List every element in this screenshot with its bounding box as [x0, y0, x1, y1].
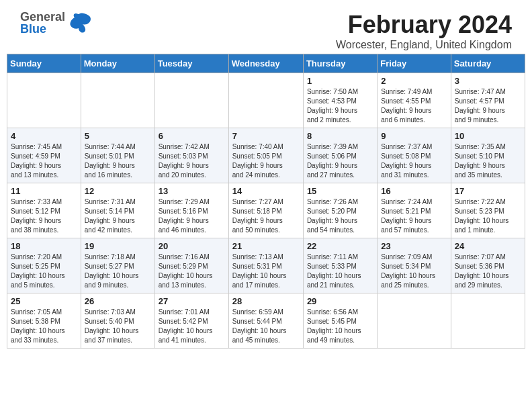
- col-thursday: Thursday: [303, 54, 377, 73]
- day-number: 14: [232, 186, 300, 196]
- day-detail: Sunrise: 7:27 AM Sunset: 5:18 PM Dayligh…: [232, 197, 300, 235]
- col-wednesday: Wednesday: [228, 54, 303, 73]
- day-detail: Sunrise: 6:56 AM Sunset: 5:45 PM Dayligh…: [307, 308, 373, 345]
- calendar-cell: 18Sunrise: 7:20 AM Sunset: 5:25 PM Dayli…: [7, 238, 81, 293]
- day-number: 4: [11, 131, 77, 141]
- day-detail: Sunrise: 7:07 AM Sunset: 5:36 PM Dayligh…: [455, 253, 521, 290]
- day-number: 29: [307, 296, 373, 306]
- logo-blue: Blue: [20, 23, 65, 35]
- calendar-cell: 10Sunrise: 7:35 AM Sunset: 5:10 PM Dayli…: [451, 128, 525, 183]
- day-number: 5: [85, 131, 151, 141]
- day-number: 8: [307, 131, 373, 141]
- day-number: 21: [232, 241, 300, 251]
- day-detail: Sunrise: 6:59 AM Sunset: 5:44 PM Dayligh…: [232, 308, 300, 345]
- calendar-cell: 16Sunrise: 7:24 AM Sunset: 5:21 PM Dayli…: [378, 183, 451, 238]
- day-number: 20: [159, 241, 225, 251]
- calendar-cell: 3Sunrise: 7:47 AM Sunset: 4:57 PM Daylig…: [451, 73, 525, 128]
- calendar-cell: 21Sunrise: 7:13 AM Sunset: 5:31 PM Dayli…: [228, 238, 303, 293]
- calendar-cell: 22Sunrise: 7:11 AM Sunset: 5:33 PM Dayli…: [303, 238, 377, 293]
- calendar-cell: 9Sunrise: 7:37 AM Sunset: 5:08 PM Daylig…: [378, 128, 451, 183]
- calendar-cell: 27Sunrise: 7:01 AM Sunset: 5:42 PM Dayli…: [154, 293, 228, 349]
- day-detail: Sunrise: 7:24 AM Sunset: 5:21 PM Dayligh…: [381, 197, 447, 235]
- day-number: 11: [11, 186, 77, 196]
- calendar-cell: 4Sunrise: 7:45 AM Sunset: 4:59 PM Daylig…: [7, 128, 81, 183]
- day-detail: Sunrise: 7:03 AM Sunset: 5:40 PM Dayligh…: [85, 308, 151, 345]
- calendar-cell: 23Sunrise: 7:09 AM Sunset: 5:34 PM Dayli…: [378, 238, 451, 293]
- calendar-week-row: 18Sunrise: 7:20 AM Sunset: 5:25 PM Dayli…: [7, 238, 525, 293]
- day-detail: Sunrise: 7:09 AM Sunset: 5:34 PM Dayligh…: [381, 253, 447, 290]
- calendar-cell: 2Sunrise: 7:49 AM Sunset: 4:55 PM Daylig…: [378, 73, 451, 128]
- calendar-cell: 17Sunrise: 7:22 AM Sunset: 5:23 PM Dayli…: [451, 183, 525, 238]
- header: General Blue February 2024 Worcester, En…: [7, 0, 525, 54]
- day-number: 16: [381, 186, 447, 196]
- calendar-cell: [378, 293, 451, 349]
- page-container: General Blue February 2024 Worcester, En…: [0, 0, 532, 355]
- day-detail: Sunrise: 7:11 AM Sunset: 5:33 PM Dayligh…: [307, 253, 373, 290]
- day-detail: Sunrise: 7:22 AM Sunset: 5:23 PM Dayligh…: [455, 197, 521, 235]
- logo-text: General Blue: [20, 11, 65, 35]
- calendar-cell: 26Sunrise: 7:03 AM Sunset: 5:40 PM Dayli…: [81, 293, 154, 349]
- day-number: 12: [85, 186, 151, 196]
- calendar-cell: 11Sunrise: 7:33 AM Sunset: 5:12 PM Dayli…: [7, 183, 81, 238]
- day-number: 27: [159, 296, 225, 306]
- day-number: 15: [307, 186, 373, 196]
- calendar-cell: 13Sunrise: 7:29 AM Sunset: 5:16 PM Dayli…: [154, 183, 228, 238]
- calendar-week-row: 4Sunrise: 7:45 AM Sunset: 4:59 PM Daylig…: [7, 128, 525, 183]
- day-number: 13: [159, 186, 225, 196]
- calendar-cell: [154, 73, 228, 128]
- calendar-cell: 7Sunrise: 7:40 AM Sunset: 5:05 PM Daylig…: [228, 128, 303, 183]
- day-detail: Sunrise: 7:44 AM Sunset: 5:01 PM Dayligh…: [85, 142, 151, 180]
- day-number: 22: [307, 241, 373, 251]
- day-number: 3: [455, 76, 521, 86]
- day-number: 7: [232, 131, 300, 141]
- day-number: 24: [455, 241, 521, 251]
- col-friday: Friday: [378, 54, 451, 73]
- day-detail: Sunrise: 7:13 AM Sunset: 5:31 PM Dayligh…: [232, 253, 300, 290]
- day-detail: Sunrise: 7:35 AM Sunset: 5:10 PM Dayligh…: [455, 142, 521, 180]
- day-detail: Sunrise: 7:33 AM Sunset: 5:12 PM Dayligh…: [11, 197, 77, 235]
- day-number: 19: [85, 241, 151, 251]
- day-number: 9: [381, 131, 447, 141]
- day-number: 25: [11, 296, 77, 306]
- calendar-cell: [228, 73, 303, 128]
- calendar-cell: 6Sunrise: 7:42 AM Sunset: 5:03 PM Daylig…: [154, 128, 228, 183]
- calendar-cell: 28Sunrise: 6:59 AM Sunset: 5:44 PM Dayli…: [228, 293, 303, 349]
- day-number: 23: [381, 241, 447, 251]
- day-detail: Sunrise: 7:37 AM Sunset: 5:08 PM Dayligh…: [381, 142, 447, 180]
- day-detail: Sunrise: 7:47 AM Sunset: 4:57 PM Dayligh…: [455, 87, 521, 125]
- calendar-body: 1Sunrise: 7:50 AM Sunset: 4:53 PM Daylig…: [7, 73, 525, 349]
- calendar-cell: 1Sunrise: 7:50 AM Sunset: 4:53 PM Daylig…: [303, 73, 377, 128]
- logo-bird-icon: [68, 12, 92, 34]
- main-title: February 2024: [336, 11, 512, 39]
- calendar-cell: [81, 73, 154, 128]
- calendar-cell: 8Sunrise: 7:39 AM Sunset: 5:06 PM Daylig…: [303, 128, 377, 183]
- day-number: 10: [455, 131, 521, 141]
- day-detail: Sunrise: 7:01 AM Sunset: 5:42 PM Dayligh…: [159, 308, 225, 345]
- calendar-cell: [7, 73, 81, 128]
- calendar-cell: 20Sunrise: 7:16 AM Sunset: 5:29 PM Dayli…: [154, 238, 228, 293]
- day-detail: Sunrise: 7:29 AM Sunset: 5:16 PM Dayligh…: [159, 197, 225, 235]
- day-detail: Sunrise: 7:45 AM Sunset: 4:59 PM Dayligh…: [11, 142, 77, 180]
- logo-general: General: [20, 11, 65, 23]
- day-detail: Sunrise: 7:42 AM Sunset: 5:03 PM Dayligh…: [159, 142, 225, 180]
- col-tuesday: Tuesday: [154, 54, 228, 73]
- day-detail: Sunrise: 7:49 AM Sunset: 4:55 PM Dayligh…: [381, 87, 447, 125]
- calendar-cell: 24Sunrise: 7:07 AM Sunset: 5:36 PM Dayli…: [451, 238, 525, 293]
- day-detail: Sunrise: 7:26 AM Sunset: 5:20 PM Dayligh…: [307, 197, 373, 235]
- day-detail: Sunrise: 7:18 AM Sunset: 5:27 PM Dayligh…: [85, 253, 151, 290]
- calendar-cell: 5Sunrise: 7:44 AM Sunset: 5:01 PM Daylig…: [81, 128, 154, 183]
- day-number: 28: [232, 296, 300, 306]
- calendar-week-row: 1Sunrise: 7:50 AM Sunset: 4:53 PM Daylig…: [7, 73, 525, 128]
- calendar-cell: 12Sunrise: 7:31 AM Sunset: 5:14 PM Dayli…: [81, 183, 154, 238]
- day-detail: Sunrise: 7:40 AM Sunset: 5:05 PM Dayligh…: [232, 142, 300, 180]
- logo: General Blue: [20, 11, 92, 35]
- col-saturday: Saturday: [451, 54, 525, 73]
- day-detail: Sunrise: 7:20 AM Sunset: 5:25 PM Dayligh…: [11, 253, 77, 290]
- day-detail: Sunrise: 7:31 AM Sunset: 5:14 PM Dayligh…: [85, 197, 151, 235]
- col-sunday: Sunday: [7, 54, 81, 73]
- day-number: 6: [159, 131, 225, 141]
- calendar-cell: 14Sunrise: 7:27 AM Sunset: 5:18 PM Dayli…: [228, 183, 303, 238]
- day-number: 2: [381, 76, 447, 86]
- day-number: 17: [455, 186, 521, 196]
- calendar-cell: 15Sunrise: 7:26 AM Sunset: 5:20 PM Dayli…: [303, 183, 377, 238]
